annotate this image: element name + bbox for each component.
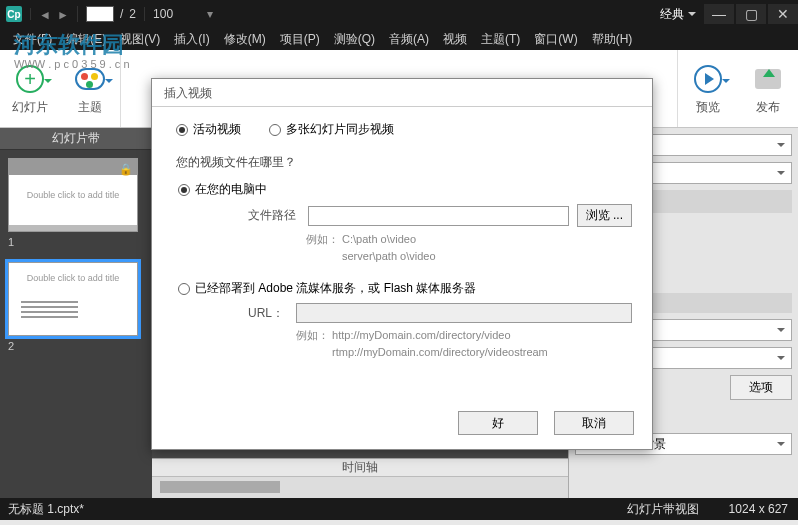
menu-window[interactable]: 窗口(W): [527, 29, 584, 50]
slide-number-2: 2: [8, 340, 144, 352]
close-button[interactable]: ✕: [768, 4, 798, 24]
url-hint-1: 例如： http://myDomain.com/directory/video: [296, 327, 632, 344]
tool-slides[interactable]: + 幻灯片: [0, 50, 60, 127]
radio-multislide-video[interactable]: 多张幻灯片同步视频: [269, 121, 394, 138]
maximize-button[interactable]: ▢: [736, 4, 766, 24]
url-hint-2: rtmp://myDomain.com/directory/videostrea…: [332, 344, 632, 361]
timeline-track[interactable]: [160, 481, 280, 493]
radio-dot-icon: [178, 184, 190, 196]
radio-local-file[interactable]: 在您的电脑中: [178, 181, 632, 198]
status-bar: 无标题 1.cptx* 幻灯片带视图 1024 x 627: [0, 498, 798, 520]
menu-edit[interactable]: 编辑(E): [59, 29, 113, 50]
tool-themes-label: 主题: [78, 99, 102, 116]
video-type-radiogroup: 活动视频 多张幻灯片同步视频: [176, 121, 632, 138]
radio-dot-icon: [178, 283, 190, 295]
browse-button[interactable]: 浏览 ...: [577, 204, 632, 227]
tool-publish-label: 发布: [756, 99, 780, 116]
slide-number-1: 1: [8, 236, 144, 248]
radio-deployed[interactable]: 已经部署到 Adobe 流媒体服务，或 Flash 媒体服务器: [178, 280, 632, 297]
radio-local-label: 在您的电脑中: [195, 181, 267, 198]
menu-project[interactable]: 项目(P): [273, 29, 327, 50]
menu-quiz[interactable]: 测验(Q): [327, 29, 382, 50]
menu-bar: 文件(F) 编辑(E) 视图(V) 插入(I) 修改(M) 项目(P) 测验(Q…: [0, 28, 798, 50]
zoom-value[interactable]: 100: [153, 7, 173, 21]
add-slide-icon: +: [16, 65, 44, 93]
slide-list[interactable]: Double click to add title 🔒 1 Double cli…: [0, 150, 152, 498]
radio-dot-icon: [269, 124, 281, 136]
palette-icon: [75, 68, 105, 90]
menu-modify[interactable]: 修改(M): [217, 29, 273, 50]
filepath-hint-2: server\path o\video: [342, 248, 632, 265]
tool-preview-label: 预览: [696, 99, 720, 116]
minimize-button[interactable]: —: [704, 4, 734, 24]
radio-active-label: 活动视频: [193, 121, 241, 138]
play-icon: [694, 65, 722, 93]
filmstrip-header: 幻灯片带: [0, 128, 152, 150]
filmstrip-panel: 幻灯片带 Double click to add title 🔒 1 Doubl…: [0, 128, 152, 498]
history-back-icon[interactable]: ◄: [39, 8, 51, 20]
page-separator: /: [120, 7, 123, 21]
titlebar-nav-group: ◄ ►: [30, 8, 77, 20]
titlebar-page-group: / 2: [77, 6, 144, 22]
radio-deployed-label: 已经部署到 Adobe 流媒体服务，或 Flash 媒体服务器: [195, 280, 476, 297]
prop-options-button[interactable]: 选项: [730, 375, 792, 400]
timeline-panel[interactable]: 时间轴: [152, 458, 568, 498]
lock-icon: 🔒: [119, 163, 133, 177]
thumb-placeholder-text: Double click to add title: [27, 273, 120, 283]
app-icon: Cp: [6, 6, 22, 22]
insert-video-dialog: 插入视频 活动视频 多张幻灯片同步视频 您的视频文件在哪里？ 在您的电脑中 文件…: [151, 78, 653, 450]
menu-video[interactable]: 视频: [436, 29, 474, 50]
menu-audio[interactable]: 音频(A): [382, 29, 436, 50]
dialog-title: 插入视频: [152, 79, 652, 107]
radio-active-video[interactable]: 活动视频: [176, 121, 241, 138]
history-fwd-icon[interactable]: ►: [57, 8, 69, 20]
status-dimensions: 1024 x 627: [729, 502, 798, 516]
page-total: 2: [129, 7, 136, 21]
workspace-style-dropdown[interactable]: 经典: [652, 4, 702, 25]
titlebar-zoom-group: 100 ▾: [144, 7, 221, 21]
menu-file[interactable]: 文件(F): [6, 29, 59, 50]
cancel-button[interactable]: 取消: [554, 411, 634, 435]
status-filename: 无标题 1.cptx*: [0, 501, 627, 518]
tool-slides-label: 幻灯片: [12, 99, 48, 116]
url-label: URL：: [248, 305, 288, 322]
window-controls: — ▢ ✕: [702, 4, 798, 24]
window-titlebar: Cp ◄ ► / 2 100 ▾ 经典 — ▢ ✕: [0, 0, 798, 28]
radio-dot-icon: [176, 124, 188, 136]
slide-thumb-2[interactable]: Double click to add title 2: [8, 262, 144, 352]
url-input: [296, 303, 632, 323]
filepath-hint-1: 例如： C:\path o\video: [306, 231, 632, 248]
chevron-down-icon[interactable]: ▾: [207, 7, 213, 21]
publish-icon: [755, 69, 781, 89]
radio-multi-label: 多张幻灯片同步视频: [286, 121, 394, 138]
menu-help[interactable]: 帮助(H): [585, 29, 640, 50]
slide-thumb-1[interactable]: Double click to add title 🔒 1: [8, 158, 144, 248]
tool-preview[interactable]: 预览: [678, 50, 738, 127]
thumb-placeholder-text: Double click to add title: [27, 190, 120, 200]
page-current-input[interactable]: [86, 6, 114, 22]
dialog-question: 您的视频文件在哪里？: [176, 154, 632, 171]
menu-theme[interactable]: 主题(T): [474, 29, 527, 50]
status-viewmode: 幻灯片带视图: [627, 501, 729, 518]
filepath-label: 文件路径: [248, 207, 300, 224]
tool-publish[interactable]: 发布: [738, 50, 798, 127]
timeline-header: 时间轴: [152, 459, 568, 477]
filepath-input[interactable]: [308, 206, 569, 226]
ok-button[interactable]: 好: [458, 411, 538, 435]
tool-themes[interactable]: 主题: [60, 50, 120, 127]
menu-view[interactable]: 视图(V): [113, 29, 167, 50]
menu-insert[interactable]: 插入(I): [167, 29, 216, 50]
